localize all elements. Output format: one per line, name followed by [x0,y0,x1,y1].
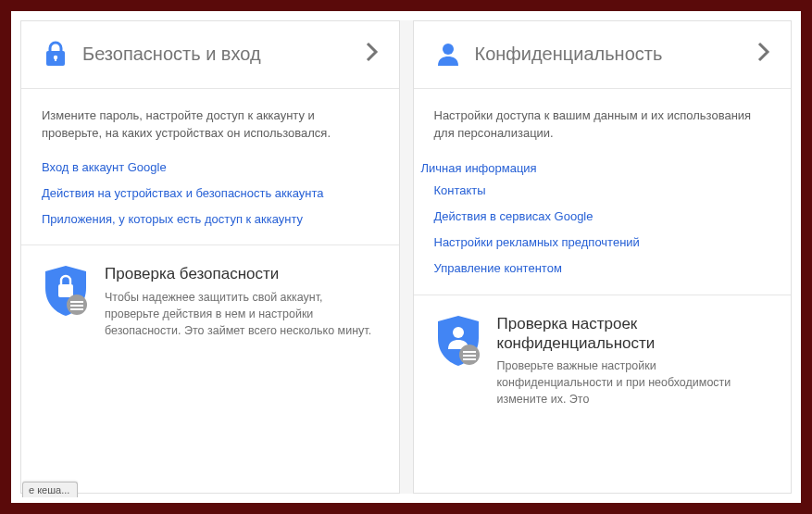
link-signin[interactable]: Вход в аккаунт Google [42,159,379,176]
security-check-card[interactable]: Проверка безопасности Чтобы надежнее защ… [21,244,399,339]
security-body: Измените пароль, настройте доступ к акка… [21,89,399,339]
privacy-check-desc: Проверьте важные настройки конфиденциаль… [497,357,771,407]
security-check-desc: Чтобы надежнее защитить свой аккаунт, пр… [105,289,379,339]
chevron-right-icon [757,42,770,66]
link-device-activity[interactable]: Действия на устройствах и безопасность а… [42,185,379,202]
svg-rect-3 [58,284,73,297]
svg-rect-12 [463,355,476,357]
shield-person-icon [434,314,482,368]
svg-rect-2 [55,57,56,61]
security-desc: Измените пароль, настройте доступ к акка… [42,107,379,143]
security-title: Безопасность и вход [82,44,366,65]
privacy-card: Конфиденциальность Настройки доступа к в… [413,20,793,494]
link-google-activity[interactable]: Действия в сервисах Google [434,208,771,225]
privacy-check-card[interactable]: Проверка настроек конфиденциальности Про… [414,295,792,408]
privacy-check-title: Проверка настроек конфиденциальности [497,314,771,354]
svg-point-9 [453,327,464,338]
link-connected-apps[interactable]: Приложения, у которых есть доступ к акка… [42,211,379,228]
status-tab: е кеша... [22,482,78,497]
link-contacts[interactable]: Контакты [434,182,771,199]
privacy-header[interactable]: Конфиденциальность [414,21,792,89]
security-links: Вход в аккаунт Google Действия на устрой… [42,159,379,229]
privacy-links: Личная информация Контакты Действия в се… [434,159,771,278]
chevron-right-icon [366,42,379,66]
link-ads-settings[interactable]: Настройки рекламных предпочтений [434,234,771,251]
svg-rect-11 [463,351,476,353]
privacy-body: Настройки доступа к вашим данным и их ис… [414,89,792,408]
shield-lock-icon [42,264,90,318]
svg-rect-6 [70,305,83,307]
svg-rect-13 [463,358,476,360]
security-check-title: Проверка безопасности [105,264,379,283]
privacy-title: Конфиденциальность [475,44,758,65]
privacy-desc: Настройки доступа к вашим данным и их ис… [434,107,771,143]
highlight-personal-info: Личная информация [421,160,537,177]
lock-icon [42,40,69,68]
security-header[interactable]: Безопасность и вход [21,21,399,89]
svg-point-8 [443,44,454,55]
link-content-control[interactable]: Управление контентом [434,260,771,277]
svg-rect-7 [70,308,83,310]
security-card: Безопасность и вход Измените пароль, нас… [20,20,400,494]
person-icon [434,40,462,68]
svg-rect-5 [70,301,83,303]
link-personal-info[interactable]: Личная информация [421,160,537,177]
security-check-text: Проверка безопасности Чтобы надежнее защ… [105,264,379,339]
privacy-check-text: Проверка настроек конфиденциальности Про… [497,314,771,408]
